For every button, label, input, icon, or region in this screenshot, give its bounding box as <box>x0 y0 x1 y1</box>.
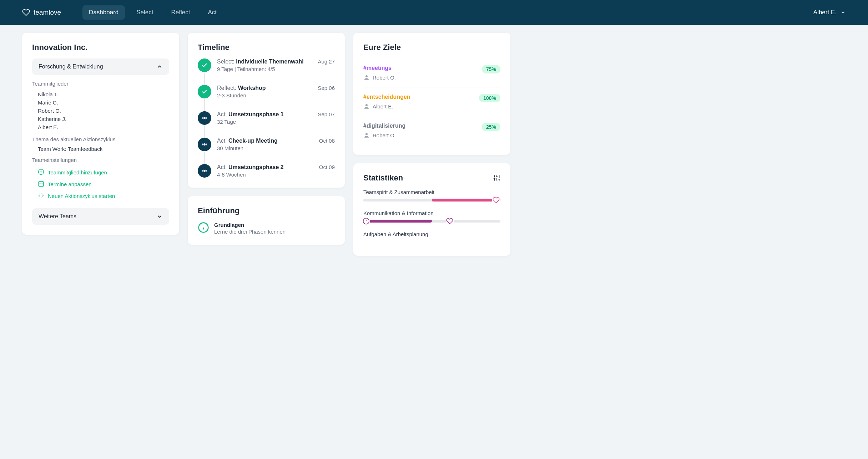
settings-label: Teameinstellungen <box>32 157 169 163</box>
timeline-card: Timeline Select: Individuelle Themenwahl… <box>188 33 345 188</box>
svg-point-15 <box>365 133 368 135</box>
app-header: teamlove DashboardSelectReflectAct Alber… <box>0 0 868 25</box>
plus-circle-icon <box>38 169 44 176</box>
timeline-item[interactable]: Select: Individuelle Themenwahl 9 Tage |… <box>198 58 335 85</box>
goal-percentage: 75% <box>482 65 500 73</box>
stat-label: Teamspirit & Zusammenarbeit <box>363 189 500 195</box>
goal-item[interactable]: #meetings Robert O. 75% <box>363 58 500 87</box>
timeline-sub: 9 Tage | Teilnahmen: 4/5 <box>217 66 312 72</box>
user-icon <box>363 132 370 138</box>
goal-percentage: 100% <box>479 94 500 102</box>
setting-link[interactable]: Neuen Aktionszyklus starten <box>32 190 169 202</box>
timeline-name: Workshop <box>238 85 266 91</box>
sparkle-icon <box>38 192 44 200</box>
timeline-name: Check-up Meeting <box>228 138 278 144</box>
intro-item-title: Grundlagen <box>214 222 286 228</box>
timeline-phase: Act: <box>217 111 228 117</box>
brand-name: teamlove <box>34 9 61 16</box>
team-card: Innovation Inc. Forschung & Entwicklung … <box>22 33 179 235</box>
goal-percentage: 25% <box>482 123 500 131</box>
topic-value: Team Work: Teamfeedback <box>32 146 169 152</box>
timeline-item[interactable]: Act: Umsetzungsphase 2 4-8 Wochen Oct 09 <box>198 164 335 178</box>
settings-sliders-icon[interactable] <box>493 174 500 182</box>
stat-row: Aufgaben & Arbeitsplanung <box>363 231 500 237</box>
timeline-name: Umsetzungsphase 1 <box>228 111 284 117</box>
other-teams-accordion[interactable]: Weitere Teams <box>32 208 169 225</box>
timeline-phase: Act: <box>217 164 228 170</box>
team-member: Marie C. <box>38 98 169 107</box>
team-name: Forschung & Entwicklung <box>39 63 103 70</box>
team-accordion-expanded[interactable]: Forschung & Entwicklung <box>32 58 169 75</box>
goals-title: Eure Ziele <box>363 43 500 52</box>
stat-bar <box>363 220 500 223</box>
timeline-sub: 32 Tage <box>217 119 312 125</box>
timeline-phase: Act: <box>217 138 228 144</box>
timeline-date: Oct 09 <box>319 164 335 178</box>
stat-row: Teamspirit & Zusammenarbeit <box>363 189 500 202</box>
user-menu[interactable]: Albert E. <box>813 9 846 16</box>
setting-link[interactable]: Teammitglied hinzufügen <box>32 167 169 178</box>
team-member: Albert E. <box>38 123 169 131</box>
stat-row: Kommunikation & Information <box>363 210 500 223</box>
goal-item[interactable]: #digitalisierung Robert O. 25% <box>363 116 500 145</box>
broadcast-icon <box>198 138 211 151</box>
members-label: Teammitglieder <box>32 81 169 87</box>
chevron-up-icon <box>156 63 163 70</box>
user-name: Albert E. <box>813 9 837 16</box>
intro-item-sub: Lerne die drei Phasen kennen <box>214 229 286 235</box>
goal-tag: #entscheidungen <box>363 94 410 100</box>
check-icon <box>198 58 211 72</box>
chevron-down-icon <box>840 10 846 15</box>
timeline-phase: Select: <box>217 58 236 65</box>
timeline-item[interactable]: Reflect: Workshop 2-3 Stunden Sep 06 <box>198 85 335 111</box>
timeline-name: Individuelle Themenwahl <box>236 58 303 65</box>
goal-user: Robert O. <box>363 132 405 138</box>
heart-icon <box>22 9 30 16</box>
broadcast-icon <box>198 111 211 125</box>
chevron-down-icon <box>156 213 163 220</box>
timeline-date: Sep 06 <box>318 85 335 98</box>
stats-title: Statistiken <box>363 173 403 183</box>
calendar-icon <box>38 180 44 188</box>
topic-label: Thema des aktuellen Aktionszyklus <box>32 136 169 142</box>
svg-rect-3 <box>39 182 44 187</box>
goal-tag: #digitalisierung <box>363 123 405 129</box>
company-title: Innovation Inc. <box>32 43 169 52</box>
team-member: Katherine J. <box>38 115 169 123</box>
timeline-date: Sep 07 <box>318 111 335 125</box>
broadcast-icon <box>198 164 211 178</box>
nav-item-dashboard[interactable]: Dashboard <box>82 5 125 20</box>
timeline-date: Aug 27 <box>318 58 335 72</box>
other-teams-label: Weitere Teams <box>39 213 76 220</box>
intro-card: Einführung Grundlagen Lerne die drei Pha… <box>188 196 345 245</box>
timeline-sub: 4-8 Wochen <box>217 172 313 178</box>
alert-icon <box>362 217 370 225</box>
nav-item-select[interactable]: Select <box>130 5 160 20</box>
timeline-date: Oct 08 <box>319 138 335 151</box>
timeline-item[interactable]: Act: Check-up Meeting 30 Minuten Oct 08 <box>198 138 335 164</box>
stat-label: Kommunikation & Information <box>363 210 500 216</box>
heart-icon <box>492 196 500 204</box>
intro-item[interactable]: Grundlagen Lerne die drei Phasen kennen <box>198 222 335 235</box>
setting-label: Termine anpassen <box>48 181 92 187</box>
intro-title: Einführung <box>198 206 335 215</box>
user-icon <box>363 74 370 81</box>
setting-label: Neuen Aktionszyklus starten <box>48 193 115 199</box>
goals-card: Eure Ziele #meetings Robert O. 75% #ents… <box>353 33 510 155</box>
stats-card: Statistiken Teamspirit & Zusammenarbeit … <box>353 163 510 256</box>
goal-user: Robert O. <box>363 74 396 81</box>
goal-item[interactable]: #entscheidungen Albert E. 100% <box>363 87 500 116</box>
goal-tag: #meetings <box>363 65 396 71</box>
timeline-item[interactable]: Act: Umsetzungsphase 1 32 Tage Sep 07 <box>198 111 335 138</box>
logo[interactable]: teamlove <box>22 9 61 16</box>
nav-item-reflect[interactable]: Reflect <box>165 5 197 20</box>
check-icon <box>198 85 211 98</box>
timeline-sub: 2-3 Stunden <box>217 92 312 98</box>
setting-link[interactable]: Termine anpassen <box>32 178 169 190</box>
team-member: Nikola T. <box>38 90 169 98</box>
nav-item-act[interactable]: Act <box>201 5 223 20</box>
stat-label: Aufgaben & Arbeitsplanung <box>363 231 500 237</box>
timeline-name: Umsetzungsphase 2 <box>228 164 284 170</box>
heart-icon <box>446 217 454 225</box>
timeline-title: Timeline <box>198 43 335 52</box>
